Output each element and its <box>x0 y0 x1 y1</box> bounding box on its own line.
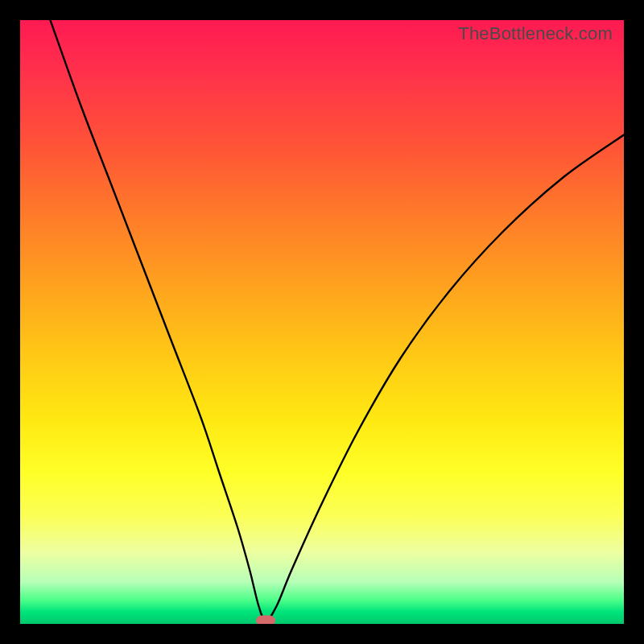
plot-area: TheBottleneck.com <box>20 20 624 624</box>
chart-frame: TheBottleneck.com <box>0 0 644 644</box>
optimal-point-marker <box>256 616 275 624</box>
bottleneck-curve <box>20 20 624 624</box>
